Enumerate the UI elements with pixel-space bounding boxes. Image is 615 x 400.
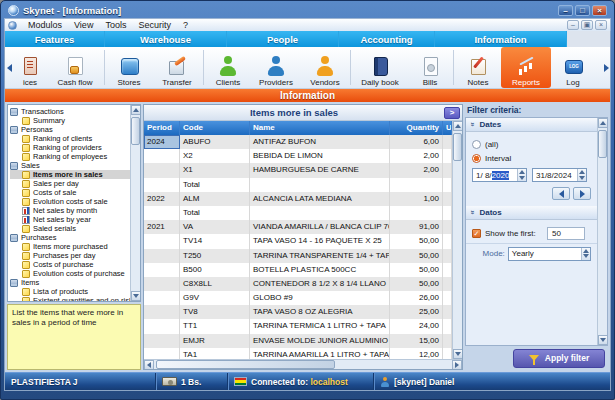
scroll-down-icon[interactable]	[131, 291, 141, 301]
toolbar-button-providers[interactable]: Providers	[251, 47, 301, 88]
tree-item-purchases[interactable]: Purchases	[10, 233, 130, 242]
apply-filter-button[interactable]: Apply filter	[513, 349, 605, 368]
category-tab-people[interactable]: People	[227, 31, 339, 47]
mdi-close-icon[interactable]: ×	[595, 20, 607, 30]
toolbar-button-daily-book[interactable]: Daily book	[352, 47, 408, 88]
menu-item-modulos[interactable]: Modulos	[22, 20, 68, 30]
mode-spinner[interactable]	[581, 248, 590, 260]
toolbar-button-clients[interactable]: Clients	[205, 47, 251, 88]
table-row[interactable]: C8X8LLCONTENEDOR 8 1/2 X 8 1/4 LLANO50,0…	[144, 277, 452, 291]
tree-item-costs-of-sale[interactable]: Costs of sale	[10, 188, 130, 197]
toolbar-button-reports[interactable]: Reports	[501, 47, 551, 88]
radio-selected-icon[interactable]	[472, 154, 481, 163]
tree-item-net-sales-by-year[interactable]: Net sales by year	[10, 215, 130, 224]
menu-item-[interactable]: ?	[177, 20, 194, 30]
radio-interval[interactable]: Interval	[466, 151, 597, 165]
category-tab-information[interactable]: Information	[435, 31, 567, 47]
tree-item-lista-of-products[interactable]: Lista of products	[10, 287, 130, 296]
menu-item-security[interactable]: Security	[132, 20, 177, 30]
tree-item-sales-per-day[interactable]: Sales per day	[10, 179, 130, 188]
toolbar-button-stores[interactable]: Stores	[106, 47, 152, 88]
date-to-input[interactable]: 31/8/2024	[532, 168, 587, 182]
toolbar-button-ices[interactable]: ices	[13, 47, 47, 88]
tree-item-personas[interactable]: Personas	[10, 125, 130, 134]
tree-item-purchases-per-day[interactable]: Purchases per day	[10, 251, 130, 260]
scroll-left-icon[interactable]	[144, 360, 154, 370]
table-row[interactable]: EMJRENVASE MOLDE JUNIOR ALUMINIO15,00	[144, 334, 452, 348]
date-spinner[interactable]	[577, 169, 586, 181]
table-hscrollbar[interactable]	[144, 359, 462, 369]
column-header-code[interactable]: Code	[180, 121, 250, 135]
table-row[interactable]: 2024ABUFOANTIFAZ BUFON6,00	[144, 135, 452, 149]
table-row[interactable]: B500BOTELLA PLASTICA 500CC50,00	[144, 263, 452, 277]
table-row[interactable]: G9VGLOBO #926,00	[144, 291, 452, 305]
column-header-u[interactable]: U	[443, 121, 452, 135]
table-row[interactable]: TA1TARRINA AMARILLA 1 LITRO + TAPA12,00	[144, 348, 452, 359]
tree-item-sales[interactable]: Sales	[10, 161, 130, 170]
tree-item-items-more-purchased[interactable]: Items more purchased	[10, 242, 130, 251]
toolbar-button-notes[interactable]: Notes	[455, 47, 501, 88]
category-tab-accounting[interactable]: Accounting	[339, 31, 435, 47]
radio-icon[interactable]	[472, 140, 481, 149]
tree-scrollbar[interactable]	[130, 105, 140, 301]
tree-item-ranking-of-clients[interactable]: Ranking of clients	[10, 134, 130, 143]
mdi-minimize-icon[interactable]: –	[567, 20, 579, 30]
column-header-name[interactable]: Name	[250, 121, 390, 135]
tree-item-costs-of-purchase[interactable]: Costs of purchase	[10, 260, 130, 269]
table-row[interactable]: X2BEBIDA DE LIMON2,00	[144, 149, 452, 163]
minimize-icon[interactable]: –	[558, 5, 573, 16]
tree-item-ranking-of-employees[interactable]: Ranking of employees	[10, 152, 130, 161]
toolbar-scroll-right-icon[interactable]	[602, 47, 610, 88]
tree-item-existent-quantities-and-on-risk[interactable]: Existent quantities and on risk	[10, 296, 130, 301]
tree-item-items-more-in-sales[interactable]: Items more in sales	[10, 170, 130, 179]
tree-item-summary[interactable]: Summary	[10, 116, 130, 125]
checkbox-checked-icon[interactable]: ✓	[472, 229, 481, 238]
table-row[interactable]: Total	[144, 178, 452, 192]
tree-item-evolution-costs-of-purchase[interactable]: Evolution costs of purchase	[10, 269, 130, 278]
maximize-icon[interactable]: □	[575, 5, 590, 16]
show-first-input[interactable]: 50	[547, 227, 585, 240]
category-tab-features[interactable]: Features	[5, 31, 105, 47]
table-row[interactable]: TT1TARRINA TERMICA 1 LITRO + TAPA24,00	[144, 319, 452, 333]
menu-item-view[interactable]: View	[68, 20, 99, 30]
menu-item-tools[interactable]: Tools	[99, 20, 132, 30]
toolbar-button-log[interactable]: Log	[551, 47, 595, 88]
table-row[interactable]: TV14TAPA VASO 14 - 16 PAQUETE X 2550,00	[144, 234, 452, 248]
scroll-up-icon[interactable]	[598, 118, 608, 128]
scroll-right-icon[interactable]	[452, 360, 462, 370]
toolbar-button-transfer[interactable]: Transfer	[152, 47, 202, 88]
prev-period-button[interactable]	[552, 187, 570, 200]
tree-item-ranking-of-providers[interactable]: Ranking of providers	[10, 143, 130, 152]
scroll-up-icon[interactable]	[131, 105, 141, 115]
table-row[interactable]: 2021VAVIANDA AMARILLA / BLANCA CLIP 700C…	[144, 220, 452, 234]
mode-select[interactable]: Yearly	[508, 247, 591, 261]
tree-item-transactions[interactable]: Transactions	[10, 107, 130, 116]
scroll-down-icon[interactable]	[453, 349, 462, 359]
filter-scrollbar[interactable]	[597, 118, 607, 345]
table-row[interactable]: X1HAMBURGUESA DE CARNE2,00	[144, 163, 452, 177]
toolbar-button-vendors[interactable]: Vendors	[301, 47, 349, 88]
date-from-input[interactable]: 1/ 8/2020	[472, 168, 527, 182]
table-vscrollbar[interactable]	[452, 121, 462, 359]
column-header-quantity[interactable]: Quantity	[390, 121, 443, 135]
scroll-down-icon[interactable]	[598, 335, 608, 345]
table-row[interactable]: 2022ALMALCANCIA LATA MEDIANA1,00	[144, 192, 452, 206]
tree-item-items[interactable]: Items	[10, 278, 130, 287]
table-row[interactable]: Total	[144, 206, 452, 220]
column-header-period[interactable]: Period	[144, 121, 180, 135]
mdi-restore-icon[interactable]: ▣	[581, 20, 593, 30]
toolbar-scroll-left-icon[interactable]	[5, 47, 13, 88]
dates-group-header[interactable]: » Dates	[466, 118, 597, 132]
tree-item-saled-serials[interactable]: Saled serials	[10, 224, 130, 233]
close-icon[interactable]: ×	[592, 5, 607, 16]
scroll-up-icon[interactable]	[453, 121, 462, 131]
table-row[interactable]: T250TARRINA TRANSPARENTE 1/4 + TAPA50,00	[144, 249, 452, 263]
next-period-button[interactable]	[573, 187, 591, 200]
table-row[interactable]: TV8TAPA VASO 8 OZ ALEGRIA25,00	[144, 305, 452, 319]
category-tab-warehouse[interactable]: Warehouse	[105, 31, 227, 47]
next-page-button[interactable]: >	[444, 107, 460, 119]
date-spinner[interactable]	[517, 169, 526, 181]
toolbar-button-cash-flow[interactable]: Cash flow	[47, 47, 103, 88]
radio-all[interactable]: (all)	[466, 137, 597, 151]
tree-item-net-sales-by-month[interactable]: Net sales by month	[10, 206, 130, 215]
